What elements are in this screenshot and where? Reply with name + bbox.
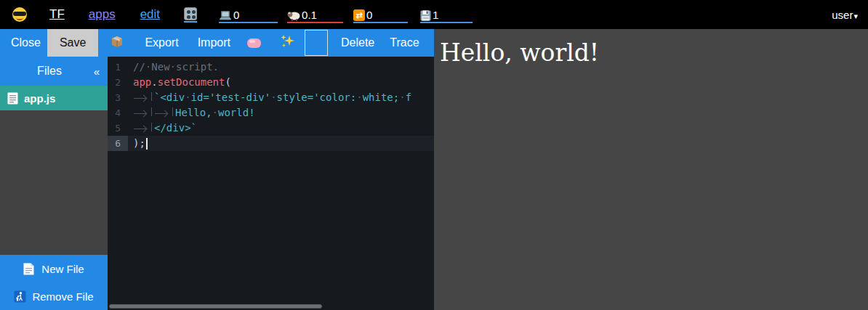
trace-button[interactable]: Trace bbox=[390, 36, 419, 49]
file-name: app.js bbox=[24, 92, 55, 105]
chevron-down-icon: ▾ bbox=[853, 12, 858, 20]
code-line[interactable]: ); bbox=[128, 136, 434, 151]
sidebar-empty-area bbox=[0, 110, 108, 255]
soap-icon[interactable] bbox=[247, 38, 261, 48]
code-line[interactable]: `<div·id='test-div'·style='color:·white;… bbox=[128, 90, 434, 105]
files-header: Files « bbox=[0, 57, 108, 86]
smiling-face-sunglasses-icon[interactable] bbox=[12, 7, 27, 22]
ram-sheep-icon bbox=[287, 10, 300, 21]
top-menu-bar: TF apps edit 0 0.1 ⇄ 0 1 us bbox=[0, 0, 868, 29]
close-button[interactable]: Close bbox=[11, 36, 41, 49]
requests-value: 0 bbox=[366, 9, 372, 21]
files-title: Files bbox=[0, 65, 86, 78]
ram-stat: 0.1 bbox=[287, 6, 343, 23]
code-line[interactable]: //·New·script. bbox=[128, 60, 434, 75]
tab-whitespace-marker bbox=[154, 107, 173, 116]
preview-panel: Hello, world! bbox=[434, 29, 868, 310]
line-number: 4 bbox=[108, 105, 128, 121]
import-button[interactable]: Import bbox=[198, 36, 230, 49]
control-knobs-icon[interactable] bbox=[184, 7, 197, 23]
file-item-appjs[interactable]: app.js bbox=[0, 86, 108, 110]
nav-link-edit[interactable]: edit bbox=[140, 7, 160, 22]
line-number: 5 bbox=[108, 121, 128, 136]
tab-whitespace-marker bbox=[133, 123, 152, 131]
gutter: 123456 bbox=[108, 60, 128, 310]
cpu-value: 0 bbox=[233, 9, 239, 21]
horizontal-scrollbar-thumb[interactable] bbox=[109, 304, 322, 309]
text-cursor bbox=[146, 138, 148, 150]
line-number: 2 bbox=[108, 75, 128, 90]
line-number: 1 bbox=[108, 60, 128, 75]
brand-link[interactable]: TF bbox=[49, 7, 65, 22]
storage-value: 1 bbox=[433, 9, 438, 21]
sidebar-actions: New File Remove File bbox=[0, 255, 108, 310]
new-file-icon bbox=[23, 263, 34, 275]
code-line[interactable]: app.setDocument( bbox=[128, 75, 434, 90]
new-file-button[interactable]: New File bbox=[0, 255, 108, 282]
save-button[interactable]: Save bbox=[47, 29, 98, 57]
repeat-icon: ⇄ bbox=[353, 9, 365, 21]
preview-heading: Hello, world! bbox=[440, 38, 868, 67]
code-lines[interactable]: //·New·script.app.setDocument(`<div·id='… bbox=[128, 60, 434, 310]
user-menu[interactable]: user▾ bbox=[832, 9, 858, 21]
code-editor[interactable]: 123456 //·New·script.app.setDocument(`<d… bbox=[108, 57, 434, 310]
line-number: 3 bbox=[108, 90, 128, 105]
requests-stat: ⇄ 0 bbox=[353, 6, 408, 23]
line-number: 6 bbox=[108, 136, 128, 151]
delete-button[interactable]: Delete bbox=[341, 36, 374, 49]
export-button[interactable]: Export bbox=[145, 36, 178, 49]
storage-stat: 1 bbox=[420, 6, 473, 23]
editor-toolbar: Close Save Export Import Delete Trace bbox=[0, 29, 434, 57]
remove-file-button[interactable]: Remove File bbox=[0, 282, 108, 310]
app-window: TF apps edit 0 0.1 ⇄ 0 1 us bbox=[0, 0, 868, 310]
code-line[interactable]: </div>` bbox=[128, 121, 434, 136]
tab-whitespace-marker bbox=[133, 92, 152, 101]
sparkles-icon[interactable] bbox=[280, 34, 295, 52]
tab-whitespace-marker bbox=[133, 107, 152, 116]
package-icon[interactable] bbox=[110, 34, 124, 52]
document-icon bbox=[7, 92, 18, 105]
collapse-sidebar-icon[interactable]: « bbox=[86, 65, 108, 78]
code-line[interactable]: Hello,·world! bbox=[128, 105, 434, 121]
files-sidebar: Files « app.js New File bbox=[0, 57, 108, 310]
nav-link-apps[interactable]: apps bbox=[89, 7, 116, 22]
laptop-icon bbox=[219, 9, 232, 21]
empty-toolbar-box[interactable] bbox=[305, 30, 328, 56]
put-litter-icon bbox=[14, 290, 26, 303]
cpu-stat: 0 bbox=[219, 6, 278, 23]
ram-value: 0.1 bbox=[302, 9, 317, 21]
floppy-disk-icon bbox=[420, 10, 431, 21]
